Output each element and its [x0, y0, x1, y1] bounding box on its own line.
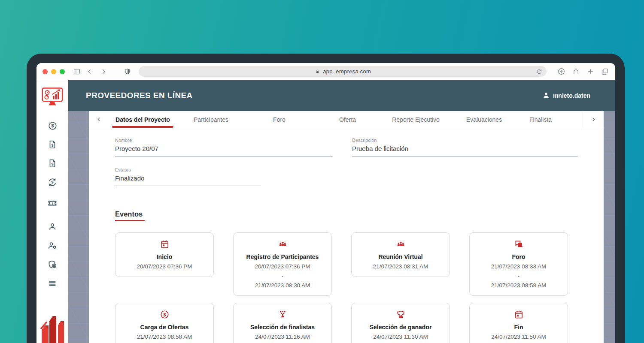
- groups-icon: [239, 239, 326, 250]
- event-card-reunion-virtual[interactable]: Reunión Virtual 21/07/2023 08:31 AM: [351, 232, 450, 277]
- event-card-registro-participantes[interactable]: Registro de Participantes 20/07/2023 07:…: [233, 232, 332, 296]
- event-title: Registro de Participantes: [239, 253, 326, 260]
- event-date: 20/07/2023 07:36 PM: [121, 263, 208, 270]
- tab-reporte-ejecutivo[interactable]: Reporte Ejecutivo: [382, 111, 450, 128]
- event-card-seleccion-finalistas[interactable]: Selección de finalistas 24/07/2023 11:16…: [233, 303, 332, 343]
- browser-window: app. empresa.com: [36, 63, 615, 343]
- event-title: Reunión Virtual: [357, 253, 444, 260]
- app-header: PROVEEDORES EN LÍNEA mnieto.daten: [68, 80, 615, 111]
- invoice-dollar-icon[interactable]: $: [47, 139, 58, 150]
- money-circle-icon: $: [121, 310, 208, 320]
- event-date: 20/07/2023 07:36 PM: [239, 263, 326, 270]
- field-nombre: Nombre Proyecto 20/07: [115, 138, 333, 156]
- field-estatus-value[interactable]: Finalizado: [115, 175, 261, 186]
- event-date: 21/07/2023 08:58 AM: [475, 282, 562, 289]
- share-icon[interactable]: [571, 67, 580, 76]
- event-title: Selección de ganador: [357, 324, 444, 331]
- event-card-inicio[interactable]: Inicio 20/07/2023 07:36 PM: [115, 232, 214, 277]
- event-date: 21/07/2023 08:58 AM: [121, 334, 208, 340]
- tab-oferta[interactable]: Oferta: [313, 111, 382, 128]
- event-title: Carga de Ofertas: [121, 324, 208, 331]
- events-grid: Inicio 20/07/2023 07:36 PM Regis: [115, 232, 577, 343]
- event-date: 21/07/2023 08:30 AM: [239, 282, 326, 289]
- reorder-icon[interactable]: [47, 278, 58, 289]
- tab-foro[interactable]: Foro: [245, 111, 313, 128]
- tab-overview-icon[interactable]: [601, 67, 609, 76]
- event-date-sep: -: [475, 273, 562, 279]
- coin-dollar-icon[interactable]: $: [47, 120, 58, 131]
- privacy-shield-icon[interactable]: [123, 67, 132, 76]
- tab-finalista[interactable]: Finalista: [518, 111, 577, 128]
- ticket-icon[interactable]: [47, 198, 58, 208]
- browser-toolbar: app. empresa.com: [36, 63, 615, 80]
- reload-icon[interactable]: [535, 67, 544, 76]
- address-bar[interactable]: app. empresa.com: [139, 66, 547, 77]
- field-descripcion: Descripción Prueba de licitación: [352, 138, 577, 156]
- forum-icon: [475, 239, 562, 250]
- shield-account-icon[interactable]: [47, 259, 58, 270]
- window-controls: [43, 69, 65, 74]
- close-window-button[interactable]: [43, 69, 48, 74]
- field-estatus-label: Estatus: [115, 167, 261, 172]
- growth-bars-logo: [40, 314, 65, 343]
- app-title: PROVEEDORES EN LÍNEA: [86, 91, 193, 100]
- lock-icon: [314, 67, 320, 76]
- svg-text:$: $: [52, 162, 54, 166]
- downloads-icon[interactable]: [557, 67, 565, 76]
- field-descripcion-label: Descripción: [352, 138, 577, 143]
- user-name: mnieto.daten: [553, 92, 590, 99]
- left-sidebar: $ $ $ $: [36, 80, 68, 343]
- person-icon[interactable]: [47, 222, 58, 232]
- new-tab-icon[interactable]: [586, 67, 595, 76]
- svg-text:$: $: [51, 180, 54, 184]
- page-background: Datos del Proyecto Participantes Foro Of…: [68, 111, 615, 343]
- calendar-icon: [475, 310, 562, 320]
- field-nombre-value[interactable]: Proyecto 20/07: [115, 145, 333, 156]
- calendar-icon: [121, 239, 208, 250]
- content-panel: Datos del Proyecto Participantes Foro Of…: [89, 111, 604, 343]
- user-icon: [542, 91, 550, 100]
- tabs-scroll-left-icon[interactable]: [89, 111, 109, 128]
- tab-evaluaciones[interactable]: Evaluaciones: [450, 111, 518, 128]
- event-title: Foro: [475, 253, 562, 260]
- field-descripcion-value[interactable]: Prueba de licitación: [352, 145, 577, 156]
- svg-text:$: $: [51, 123, 54, 128]
- sidebar-toggle-icon[interactable]: [73, 67, 81, 76]
- invoice-dollar-icon-2[interactable]: $: [47, 158, 58, 168]
- event-date-sep: -: [239, 273, 326, 279]
- zoom-window-button[interactable]: [60, 69, 65, 74]
- tabs-scroll-right-icon[interactable]: [583, 111, 604, 128]
- main-area: PROVEEDORES EN LÍNEA mnieto.daten: [68, 80, 615, 343]
- event-date: 24/07/2023 11:50 AM: [475, 334, 562, 340]
- project-data-section: Nombre Proyecto 20/07 Descripción Prueba…: [89, 128, 604, 343]
- tab-datos-del-proyecto[interactable]: Datos del Proyecto: [109, 111, 177, 128]
- currency-exchange-icon[interactable]: $: [47, 177, 58, 187]
- event-title: Inicio: [121, 253, 208, 260]
- groups-icon: [357, 239, 444, 250]
- user-menu[interactable]: mnieto.daten: [542, 91, 590, 100]
- event-date: 21/07/2023 08:31 AM: [357, 263, 444, 270]
- event-card-carga-ofertas[interactable]: $ Carga de Ofertas 21/07/2023 08:58 AM: [115, 303, 214, 343]
- field-nombre-label: Nombre: [115, 138, 333, 143]
- back-icon[interactable]: [85, 67, 94, 76]
- event-card-fin[interactable]: Fin 24/07/2023 11:50 AM: [469, 303, 568, 343]
- event-card-seleccion-ganador[interactable]: Selección de ganador 24/07/2023 11:30 AM: [351, 303, 450, 343]
- tab-bar: Datos del Proyecto Participantes Foro Of…: [89, 111, 604, 128]
- event-date: 21/07/2023 08:33 AM: [475, 263, 562, 270]
- event-date: 24/07/2023 11:16 AM: [239, 334, 326, 340]
- forward-icon[interactable]: [99, 67, 108, 76]
- svg-text:$: $: [163, 312, 166, 317]
- url-text: app. empresa.com: [323, 68, 371, 75]
- event-title: Selección de finalistas: [239, 324, 326, 331]
- tab-participantes[interactable]: Participantes: [177, 111, 245, 128]
- event-date: 24/07/2023 11:30 AM: [357, 334, 444, 340]
- minimize-window-button[interactable]: [51, 69, 56, 74]
- manage-accounts-icon[interactable]: [47, 241, 58, 251]
- trophy-icon: [357, 310, 444, 320]
- desktop-background: app. empresa.com: [0, 0, 644, 343]
- org-people-icon: [239, 310, 326, 320]
- events-heading: Eventos: [115, 210, 145, 221]
- event-card-foro[interactable]: Foro 21/07/2023 08:33 AM - 21/07/2023 08…: [469, 232, 568, 296]
- app-root: $ $ $ $: [36, 80, 615, 343]
- svg-text:$: $: [52, 143, 54, 147]
